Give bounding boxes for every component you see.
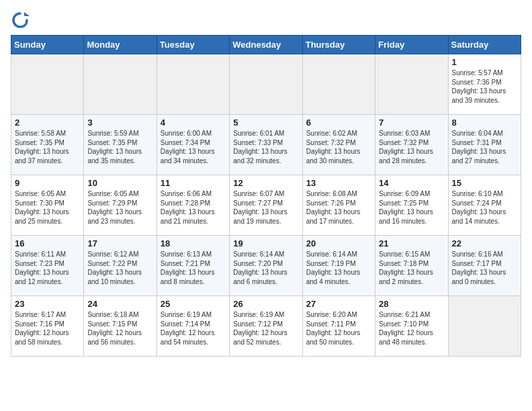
calendar-cell: 25Sunrise: 6:19 AM Sunset: 7:14 PM Dayli… [157,296,229,357]
day-number: 20 [306,238,371,248]
day-info: Sunrise: 6:21 AM Sunset: 7:10 PM Dayligh… [379,310,444,347]
calendar-cell: 13Sunrise: 6:08 AM Sunset: 7:26 PM Dayli… [302,175,375,236]
calendar-cell: 4Sunrise: 6:00 AM Sunset: 7:34 PM Daylig… [157,115,229,175]
day-number: 12 [233,178,298,188]
day-number: 26 [233,299,298,309]
day-info: Sunrise: 6:05 AM Sunset: 7:29 PM Dayligh… [87,189,152,226]
day-number: 22 [452,238,517,248]
calendar-cell [230,54,302,115]
calendar-cell: 15Sunrise: 6:10 AM Sunset: 7:24 PM Dayli… [448,175,521,236]
day-info: Sunrise: 5:57 AM Sunset: 7:36 PM Dayligh… [452,68,517,105]
weekday-header-sunday: Sunday [11,36,84,54]
header [11,11,521,30]
logo-icon [11,11,30,30]
day-number: 15 [452,178,517,188]
calendar-cell: 22Sunrise: 6:16 AM Sunset: 7:17 PM Dayli… [448,236,521,296]
day-number: 13 [306,178,371,188]
calendar-cell: 20Sunrise: 6:14 AM Sunset: 7:19 PM Dayli… [302,236,375,296]
day-number: 3 [87,118,152,128]
day-info: Sunrise: 6:20 AM Sunset: 7:11 PM Dayligh… [306,310,371,347]
weekday-header-monday: Monday [84,36,157,54]
day-number: 11 [161,178,226,188]
day-info: Sunrise: 5:59 AM Sunset: 7:35 PM Dayligh… [87,129,152,165]
calendar-cell: 12Sunrise: 6:07 AM Sunset: 7:27 PM Dayli… [230,175,302,236]
day-info: Sunrise: 5:58 AM Sunset: 7:35 PM Dayligh… [15,129,80,165]
day-info: Sunrise: 6:17 AM Sunset: 7:16 PM Dayligh… [15,310,80,347]
calendar-cell: 11Sunrise: 6:06 AM Sunset: 7:28 PM Dayli… [157,175,229,236]
day-info: Sunrise: 6:10 AM Sunset: 7:24 PM Dayligh… [452,189,517,226]
day-info: Sunrise: 6:06 AM Sunset: 7:28 PM Dayligh… [161,189,226,226]
weekday-header-saturday: Saturday [448,36,521,54]
calendar-cell: 10Sunrise: 6:05 AM Sunset: 7:29 PM Dayli… [84,175,157,236]
calendar-cell [157,54,229,115]
day-number: 8 [452,118,517,128]
day-info: Sunrise: 6:03 AM Sunset: 7:32 PM Dayligh… [379,129,444,165]
calendar-cell [375,54,448,115]
day-number: 25 [161,299,226,309]
day-number: 19 [233,238,298,248]
day-info: Sunrise: 6:02 AM Sunset: 7:32 PM Dayligh… [306,129,371,165]
day-info: Sunrise: 6:18 AM Sunset: 7:15 PM Dayligh… [87,310,152,347]
calendar-cell: 14Sunrise: 6:09 AM Sunset: 7:25 PM Dayli… [375,175,448,236]
day-number: 14 [379,178,444,188]
calendar-cell: 17Sunrise: 6:12 AM Sunset: 7:22 PM Dayli… [84,236,157,296]
logo [11,11,32,30]
day-info: Sunrise: 6:08 AM Sunset: 7:26 PM Dayligh… [306,189,371,226]
day-info: Sunrise: 6:13 AM Sunset: 7:21 PM Dayligh… [161,250,226,286]
weekday-header-thursday: Thursday [302,36,375,54]
calendar-cell: 26Sunrise: 6:19 AM Sunset: 7:12 PM Dayli… [230,296,302,357]
day-number: 18 [161,238,226,248]
day-info: Sunrise: 6:09 AM Sunset: 7:25 PM Dayligh… [379,189,444,226]
calendar-cell: 23Sunrise: 6:17 AM Sunset: 7:16 PM Dayli… [11,296,84,357]
day-number: 6 [306,118,371,128]
day-info: Sunrise: 6:16 AM Sunset: 7:17 PM Dayligh… [452,250,517,286]
calendar-cell: 24Sunrise: 6:18 AM Sunset: 7:15 PM Dayli… [84,296,157,357]
day-number: 5 [233,118,298,128]
day-info: Sunrise: 6:01 AM Sunset: 7:33 PM Dayligh… [233,129,298,165]
calendar-cell: 5Sunrise: 6:01 AM Sunset: 7:33 PM Daylig… [230,115,302,175]
calendar-cell [302,54,375,115]
day-info: Sunrise: 6:04 AM Sunset: 7:31 PM Dayligh… [452,129,517,165]
day-info: Sunrise: 6:19 AM Sunset: 7:14 PM Dayligh… [161,310,226,347]
calendar-cell: 8Sunrise: 6:04 AM Sunset: 7:31 PM Daylig… [448,115,521,175]
calendar-cell [448,296,521,357]
calendar-table: SundayMondayTuesdayWednesdayThursdayFrid… [11,35,521,357]
calendar-cell: 16Sunrise: 6:11 AM Sunset: 7:23 PM Dayli… [11,236,84,296]
day-info: Sunrise: 6:00 AM Sunset: 7:34 PM Dayligh… [161,129,226,165]
day-number: 1 [452,57,517,67]
calendar-cell: 7Sunrise: 6:03 AM Sunset: 7:32 PM Daylig… [375,115,448,175]
day-number: 9 [15,178,80,188]
day-info: Sunrise: 6:11 AM Sunset: 7:23 PM Dayligh… [15,250,80,286]
day-info: Sunrise: 6:05 AM Sunset: 7:30 PM Dayligh… [15,189,80,226]
calendar-cell: 19Sunrise: 6:14 AM Sunset: 7:20 PM Dayli… [230,236,302,296]
calendar-cell [11,54,84,115]
calendar-cell [84,54,157,115]
day-info: Sunrise: 6:19 AM Sunset: 7:12 PM Dayligh… [233,310,298,347]
weekday-header-friday: Friday [375,36,448,54]
calendar-cell: 27Sunrise: 6:20 AM Sunset: 7:11 PM Dayli… [302,296,375,357]
day-number: 21 [379,238,444,248]
day-number: 10 [87,178,152,188]
day-number: 24 [87,299,152,309]
calendar-cell: 9Sunrise: 6:05 AM Sunset: 7:30 PM Daylig… [11,175,84,236]
calendar-cell: 2Sunrise: 5:58 AM Sunset: 7:35 PM Daylig… [11,115,84,175]
day-info: Sunrise: 6:14 AM Sunset: 7:20 PM Dayligh… [233,250,298,286]
day-info: Sunrise: 6:12 AM Sunset: 7:22 PM Dayligh… [87,250,152,286]
weekday-header-tuesday: Tuesday [157,36,229,54]
calendar-cell: 18Sunrise: 6:13 AM Sunset: 7:21 PM Dayli… [157,236,229,296]
calendar-cell: 21Sunrise: 6:15 AM Sunset: 7:18 PM Dayli… [375,236,448,296]
calendar-cell: 1Sunrise: 5:57 AM Sunset: 7:36 PM Daylig… [448,54,521,115]
day-info: Sunrise: 6:14 AM Sunset: 7:19 PM Dayligh… [306,250,371,286]
day-number: 16 [15,238,80,248]
calendar-cell: 28Sunrise: 6:21 AM Sunset: 7:10 PM Dayli… [375,296,448,357]
day-number: 27 [306,299,371,309]
day-number: 2 [15,118,80,128]
day-number: 28 [379,299,444,309]
day-info: Sunrise: 6:07 AM Sunset: 7:27 PM Dayligh… [233,189,298,226]
calendar-cell: 3Sunrise: 5:59 AM Sunset: 7:35 PM Daylig… [84,115,157,175]
day-info: Sunrise: 6:15 AM Sunset: 7:18 PM Dayligh… [379,250,444,286]
day-number: 4 [161,118,226,128]
day-number: 17 [87,238,152,248]
day-number: 7 [379,118,444,128]
day-number: 23 [15,299,80,309]
